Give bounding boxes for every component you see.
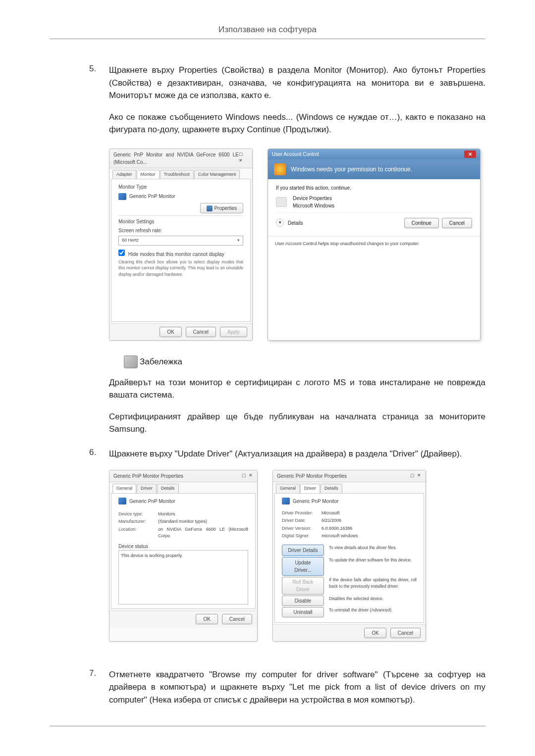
step-5: 5. Щракнете върху Properties (Свойства) … [89, 64, 485, 436]
cancel-button[interactable]: Cancel [390, 628, 421, 638]
tab-general[interactable]: General [112, 484, 136, 493]
note-p2: Сертифицираният драйвер ще бъде публикув… [109, 410, 485, 436]
dialog3-title: Generic PnP Monitor Properties [113, 472, 183, 480]
monitor-icon [282, 498, 290, 504]
tab-color-mgmt[interactable]: Color Management [194, 170, 240, 179]
footer-divider [50, 726, 485, 726]
uac-headline: Windows needs your permission to contion… [291, 165, 412, 174]
step-5-number: 5. [89, 64, 109, 436]
hide-modes-label: Hide modes that this monitor cannot disp… [128, 252, 224, 257]
chevron-down-icon[interactable]: ▾ [276, 219, 284, 227]
step-7-p1: Отметнете квадратчето "Browse my compute… [109, 668, 485, 706]
generic-pnp-label: Generic PnP Monitor [129, 193, 175, 200]
ok-button[interactable]: OK [160, 327, 181, 337]
dialog1-title: Generic PnP Monitor and NVIDIA GeForce 6… [113, 151, 239, 166]
chevron-down-icon: ▾ [237, 237, 240, 244]
monitor-icon [118, 193, 126, 200]
ok-button[interactable]: OK [196, 614, 217, 624]
tab-troubleshoot[interactable]: Troubleshoot [160, 170, 194, 179]
driver-props-general-dialog: Generic PnP Monitor Properties ▢ ✕ Gener… [109, 470, 258, 642]
rollback-button[interactable]: Roll Back Driver [282, 577, 324, 595]
uac-footer: User Account Control helps stop unauthor… [268, 236, 480, 252]
monitor-props-dialog: Generic PnP Monitor and NVIDIA GeForce 6… [109, 149, 253, 341]
uac-device-props: Device Properties [293, 195, 334, 202]
generic-pnp-label: Generic PnP Monitor [129, 498, 175, 505]
step-6-number: 6. [89, 448, 109, 656]
device-status-label: Device status [118, 543, 248, 550]
step-5-p1: Щракнете върху Properties (Свойства) в р… [109, 64, 485, 102]
refresh-rate-label: Screen refresh rate: [118, 227, 243, 234]
note-icon [124, 355, 138, 368]
tab-driver[interactable]: Driver [300, 484, 320, 493]
driver-props-driver-dialog: Generic PnP Monitor Properties ▢ ✕ Gener… [272, 470, 426, 642]
tab-general[interactable]: General [276, 484, 300, 493]
shield-icon [207, 205, 213, 211]
window-controls[interactable]: ▢ ✕ [239, 151, 248, 166]
shield-icon [274, 163, 286, 175]
tab-monitor[interactable]: Monitor [137, 170, 160, 179]
uac-ifstarted: If you started this action, continue. [276, 184, 472, 192]
monitor-settings-label: Monitor Settings [118, 218, 243, 225]
uac-details[interactable]: Details [288, 219, 303, 227]
close-icon[interactable]: ✕ [464, 151, 476, 158]
monitor-type-label: Monitor Type [118, 183, 243, 191]
step-7: 7. Отметнете квадратчето "Browse my comp… [89, 668, 485, 706]
properties-button[interactable]: Properties [200, 203, 243, 213]
tab-driver[interactable]: Driver [137, 484, 157, 493]
uninstall-button[interactable]: Uninstall [282, 607, 324, 617]
step-5-p2: Ако се покаже съобщението Windows needs.… [109, 111, 485, 136]
cancel-button[interactable]: Cancel [222, 614, 252, 624]
cancel-button[interactable]: Cancel [442, 218, 472, 228]
disable-button[interactable]: Disable [282, 596, 324, 606]
hide-modes-checkbox[interactable] [118, 250, 125, 256]
refresh-rate-select[interactable]: 60 Hertz ▾ [118, 236, 243, 246]
uac-dialog: User Account Control ✕ Windows needs you… [268, 149, 481, 341]
hide-modes-desc: Clearing this check box allows you to se… [118, 259, 243, 278]
generic-pnp-label: Generic PnP Monitor [293, 498, 339, 505]
ok-button[interactable]: OK [364, 628, 386, 638]
cancel-button[interactable]: Cancel [186, 327, 216, 337]
tab-adapter[interactable]: Adapter [112, 170, 136, 179]
note-title: Забележка [140, 355, 182, 368]
window-controls[interactable]: ▢ ✕ [242, 472, 253, 480]
page-header: Използване на софтуера [50, 25, 485, 39]
device-status-text: This device is working properly. [118, 550, 248, 605]
dialog4-title: Generic PnP Monitor Properties [277, 472, 347, 480]
driver-details-button[interactable]: Driver Details [282, 545, 324, 556]
apply-button[interactable]: Apply [220, 327, 247, 337]
window-controls[interactable]: ▢ ✕ [410, 472, 422, 480]
step-7-number: 7. [89, 668, 109, 706]
update-driver-button[interactable]: Update Driver... [282, 557, 324, 576]
monitor-icon [118, 498, 126, 504]
uac-ms-windows: Microsoft Windows [293, 202, 334, 209]
continue-button[interactable]: Continue [404, 218, 439, 228]
tab-details[interactable]: Details [157, 484, 179, 493]
tab-details[interactable]: Details [321, 484, 342, 493]
header-title: Използване на софтуера [218, 25, 317, 34]
note-p1: Драйверът на този монитор е сертифициран… [109, 376, 485, 402]
device-icon [276, 197, 287, 207]
step-6-p1: Щракнете върху "Update Driver" (Актуализ… [109, 448, 485, 460]
step-6: 6. Щракнете върху "Update Driver" (Актуа… [89, 448, 485, 656]
uac-title: User Account Control [272, 151, 319, 158]
